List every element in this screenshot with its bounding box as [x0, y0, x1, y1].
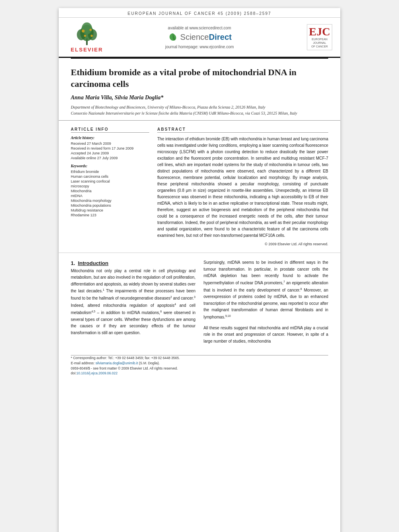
footer-section: * Corresponding author: Tel.: +39 02 644…	[59, 355, 340, 376]
svg-point-8	[90, 35, 93, 37]
elsevier-tree-icon	[73, 22, 101, 46]
email-address: silviamaria.doglia@unimib.it	[95, 361, 138, 365]
copyright-text: © 2009 Elsevier Ltd. All rights reserved…	[157, 242, 328, 246]
elsevier-logo: ELSEVIER	[67, 22, 107, 53]
logo-bar: ELSEVIER available at www.sciencedirect.…	[59, 18, 340, 58]
section1-right-text-2: All these results suggest that mitochond…	[204, 325, 328, 345]
ejc-badge: EJC EUROPEANJOURNALOF CANCER	[307, 24, 332, 50]
issn-note: 0959-8049/$ - see front matter © 2009 El…	[71, 366, 328, 371]
journal-title: EUROPEAN JOURNAL OF CANCER 45 (2009) 258…	[128, 11, 271, 16]
article-title-section: Ethidium bromide as a vital probe of mit…	[59, 59, 340, 121]
abstract-text: The interaction of ethidium bromide (EB)…	[157, 136, 328, 239]
corresponding-note: * Corresponding author: Tel.: +39 02 644…	[71, 355, 328, 361]
svg-point-6	[89, 29, 92, 31]
center-links: available at www.sciencedirect.com Scien…	[107, 26, 292, 49]
ejc-letters: EJC	[309, 26, 330, 37]
journal-header: EUROPEAN JOURNAL OF CANCER 45 (2009) 258…	[59, 8, 340, 18]
ejc-subtitle: EUROPEANJOURNALOF CANCER	[309, 37, 330, 48]
keyword-7: Mitochondria populations	[71, 203, 149, 207]
available-at-text: available at www.sciencedirect.com	[107, 26, 292, 30]
keyword-8: Multidrug resistance	[71, 208, 149, 212]
article-info-col: ARTICLE INFO Article history: Received 2…	[71, 127, 149, 246]
online-date: Available online 27 July 2009	[71, 156, 149, 160]
info-abstract-section: ARTICLE INFO Article history: Received 2…	[59, 121, 340, 253]
accepted-date: Accepted 24 June 2009	[71, 151, 149, 155]
body-right-col: Surprisingly, mtDNA seems to be involved…	[204, 259, 328, 349]
ejc-logo-box: EJC EUROPEANJOURNALOF CANCER	[292, 24, 332, 50]
keyword-6: Mitochondria morphology	[71, 199, 149, 203]
keyword-9: Rhodamine 123	[71, 213, 149, 217]
svg-point-7	[84, 35, 86, 37]
keyword-4: Mitochondria	[71, 189, 149, 193]
section1-title: 1. Introduction	[71, 259, 195, 268]
keyword-2: Human carcinoma cells	[71, 175, 149, 179]
affiliation-1: Department of Biotechnology and Bioscien…	[71, 104, 328, 110]
affiliation-2: Consorzio Nazionale Interuniversitario p…	[71, 110, 328, 116]
abstract-col: ABSTRACT The interaction of ethidium bro…	[157, 127, 328, 246]
body-content: 1. Introduction Mitochondria not only pl…	[59, 253, 340, 355]
revised-date: Received in revised form 17 June 2009	[71, 146, 149, 150]
svg-point-5	[82, 29, 84, 32]
article-history-label: Article history:	[71, 136, 149, 140]
keyword-5: mtDNA	[71, 194, 149, 198]
homepage-link: journal homepage: www.ejconline.com	[107, 45, 292, 49]
keywords-section: Keywords: Ethidium bromide Human carcino…	[71, 164, 149, 217]
article-page: EUROPEAN JOURNAL OF CANCER 45 (2009) 258…	[59, 8, 340, 532]
doi-note: doi:10.1016/j.ejca.2009.06.022	[71, 371, 328, 376]
keyword-1: Ethidium bromide	[71, 170, 149, 174]
keyword-3b: microscopy	[71, 184, 149, 188]
abstract-header: ABSTRACT	[157, 127, 328, 133]
section1-right-text-1: Surprisingly, mtDNA seems to be involved…	[204, 259, 328, 320]
sciencedirect-icon	[167, 32, 179, 43]
article-info-header: ARTICLE INFO	[71, 127, 149, 133]
section1-heading: Introduction	[78, 260, 109, 266]
keyword-3: Laser scanning confocal	[71, 179, 149, 183]
email-note: E-mail address: silviamaria.doglia@unimi…	[71, 361, 328, 366]
received-date: Received 27 March 2009	[71, 142, 149, 146]
article-authors: Anna Maria Villa, Sílvia Maria Doglia*	[71, 94, 328, 101]
svg-point-4	[82, 23, 92, 35]
elsevier-text: ELSEVIER	[71, 47, 103, 53]
sciencedirect-logo: ScienceDirect	[107, 32, 292, 43]
body-two-col: 1. Introduction Mitochondria not only pl…	[71, 259, 328, 349]
doi-link: 10.1016/j.ejca.2009.06.022	[76, 371, 118, 375]
article-title: Ethidium bromide as a vital probe of mit…	[71, 67, 328, 90]
section1-number: 1.	[71, 260, 75, 266]
body-left-col: 1. Introduction Mitochondria not only pl…	[71, 259, 195, 349]
sciencedirect-text: ScienceDirect	[180, 33, 232, 42]
section1-left-text: Mitochondria not only play a central rol…	[71, 268, 195, 336]
keywords-label: Keywords:	[71, 164, 149, 168]
